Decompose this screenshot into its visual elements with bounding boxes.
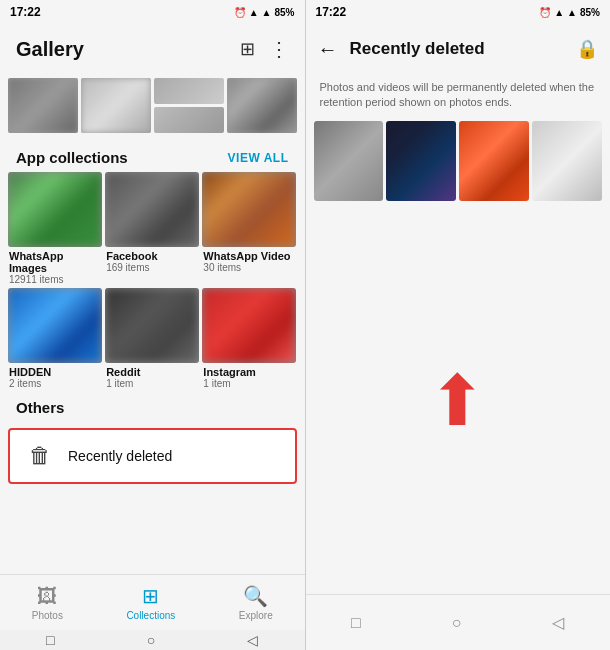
photos-icon: 🖼: [37, 585, 57, 608]
back-btn-left[interactable]: ◁: [247, 632, 258, 648]
thumb-3[interactable]: [227, 78, 297, 133]
description-text: Photos and videos will be permanently de…: [306, 74, 611, 121]
right-thumbnails: [306, 121, 611, 209]
recently-deleted-row[interactable]: 🗑 Recently deleted: [8, 428, 297, 484]
collection-thumb-4: [105, 288, 199, 363]
right-header: ← Recently deleted 🔒: [306, 24, 611, 74]
collection-reddit[interactable]: Reddit 1 item: [105, 288, 199, 389]
nav-explore[interactable]: 🔍 Explore: [223, 578, 289, 627]
app-collections-title: App collections: [16, 149, 128, 166]
bottom-nav-left: 🖼 Photos ⊞ Collections 🔍 Explore: [0, 574, 305, 630]
right-thumb-light[interactable]: [532, 121, 602, 201]
thumb-1[interactable]: [8, 78, 78, 133]
signal-icon: ▲: [262, 7, 272, 18]
status-bar-right: 17:22 ⏰ ▲ ▲ 85%: [306, 0, 611, 24]
others-section: Others: [0, 389, 305, 428]
square-btn-left[interactable]: □: [46, 632, 54, 648]
collection-thumb-2: [202, 172, 296, 247]
nav-collections[interactable]: ⊞ Collections: [110, 578, 191, 627]
collection-name-3: HIDDEN: [8, 366, 102, 378]
collection-count-4: 1 item: [105, 378, 199, 389]
bottom-nav-right: □ ○ ◁: [306, 594, 611, 650]
more-options-icon[interactable]: ⋮: [269, 37, 289, 61]
arrow-container: ⬆: [306, 209, 611, 594]
collection-facebook[interactable]: Facebook 169 items: [105, 172, 199, 285]
right-thumb-gray[interactable]: [314, 121, 384, 201]
thumb-2[interactable]: [81, 78, 151, 133]
collection-thumb-0: [8, 172, 102, 247]
system-nav-left: □ ○ ◁: [0, 630, 305, 650]
status-bar-left: 17:22 ⏰ ▲ ▲ 85%: [0, 0, 305, 24]
collection-hidden[interactable]: HIDDEN 2 items: [8, 288, 102, 389]
view-all-button[interactable]: VIEW ALL: [228, 151, 289, 165]
collection-count-0: 12911 items: [8, 274, 102, 285]
collection-count-1: 169 items: [105, 262, 199, 273]
add-folder-icon[interactable]: ⊞: [240, 38, 255, 60]
trash-icon-container: 🗑: [26, 442, 54, 470]
left-panel: 17:22 ⏰ ▲ ▲ 85% Gallery ⊞ ⋮ App: [0, 0, 305, 650]
trash-icon: 🗑: [29, 443, 51, 469]
collection-whatsapp-images[interactable]: WhatsApp Images 12911 items: [8, 172, 102, 285]
collection-count-5: 1 item: [202, 378, 296, 389]
nav-photos-label: Photos: [32, 610, 63, 621]
thumb-small-2[interactable]: [154, 107, 224, 133]
nav-photos[interactable]: 🖼 Photos: [16, 579, 79, 627]
collection-name-0: WhatsApp Images: [8, 250, 102, 274]
thumb-col: [154, 78, 224, 133]
explore-icon: 🔍: [243, 584, 268, 608]
collections-grid: WhatsApp Images 12911 items Facebook 169…: [0, 172, 305, 389]
collection-name-1: Facebook: [105, 250, 199, 262]
back-arrow-icon[interactable]: ←: [318, 38, 338, 61]
status-icons-right: ⏰ ▲ ▲ 85%: [539, 7, 600, 18]
lock-icon[interactable]: 🔒: [576, 38, 598, 60]
battery-left: 85%: [274, 7, 294, 18]
collection-instagram[interactable]: Instagram 1 item: [202, 288, 296, 389]
right-thumb-orange[interactable]: [459, 121, 529, 201]
others-title: Others: [16, 399, 289, 416]
circle-btn-right[interactable]: ○: [436, 606, 478, 640]
collection-name-5: Instagram: [202, 366, 296, 378]
wifi-icon-right: ▲: [554, 7, 564, 18]
collection-whatsapp-video[interactable]: WhatsApp Video 30 items: [202, 172, 296, 285]
square-btn-right[interactable]: □: [335, 606, 377, 640]
gallery-title: Gallery: [16, 38, 84, 61]
nav-collections-label: Collections: [126, 610, 175, 621]
collection-count-2: 30 items: [202, 262, 296, 273]
right-panel-title: Recently deleted: [350, 39, 485, 59]
collections-icon: ⊞: [142, 584, 159, 608]
time-right: 17:22: [316, 5, 347, 19]
app-collections-header: App collections VIEW ALL: [0, 141, 305, 172]
top-thumbnails: [0, 74, 305, 141]
recently-deleted-label: Recently deleted: [68, 448, 172, 464]
right-thumb-books[interactable]: [386, 121, 456, 201]
signal-icon-right: ▲: [567, 7, 577, 18]
gallery-header: Gallery ⊞ ⋮: [0, 24, 305, 74]
time-left: 17:22: [10, 5, 41, 19]
collection-thumb-5: [202, 288, 296, 363]
thumb-small-1[interactable]: [154, 78, 224, 104]
red-up-arrow: ⬆: [428, 366, 487, 436]
collection-name-2: WhatsApp Video: [202, 250, 296, 262]
collection-thumb-1: [105, 172, 199, 247]
collection-count-3: 2 items: [8, 378, 102, 389]
status-icons-left: ⏰ ▲ ▲ 85%: [234, 7, 295, 18]
collection-thumb-3: [8, 288, 102, 363]
alarm-icon-right: ⏰: [539, 7, 551, 18]
alarm-icon: ⏰: [234, 7, 246, 18]
collection-name-4: Reddit: [105, 366, 199, 378]
nav-explore-label: Explore: [239, 610, 273, 621]
circle-btn-left[interactable]: ○: [147, 632, 155, 648]
back-btn-right[interactable]: ◁: [536, 605, 580, 640]
header-icons: ⊞ ⋮: [240, 37, 289, 61]
right-panel: 17:22 ⏰ ▲ ▲ 85% ← Recently deleted 🔒 Pho…: [306, 0, 611, 650]
right-header-left: ← Recently deleted: [318, 38, 485, 61]
wifi-icon: ▲: [249, 7, 259, 18]
battery-right: 85%: [580, 7, 600, 18]
